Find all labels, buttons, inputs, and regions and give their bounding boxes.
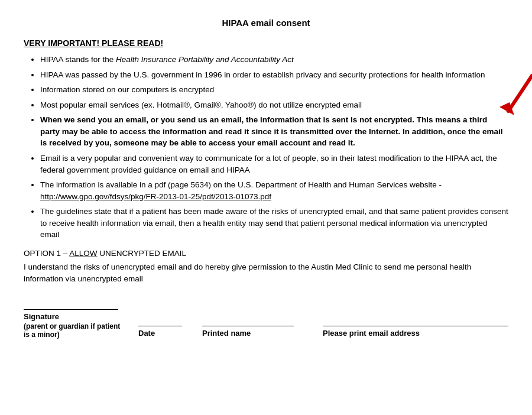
- signature-label: Signature: [24, 312, 59, 322]
- bullet-text-7a: The information is available in a pdf (p…: [40, 180, 442, 189]
- list-item: The information is available in a pdf (p…: [40, 179, 508, 202]
- list-item: HIPAA stands for the Health Insurance Po…: [40, 54, 508, 66]
- bullet-text-5: When we send you an email, or you send u…: [40, 115, 502, 147]
- hipaa-link[interactable]: http://www.gpo.gov/fdsys/pkg/FR-2013-01-…: [40, 192, 271, 201]
- option-label: OPTION 1 – ALLOW UNENCRYPTED EMAIL: [24, 249, 508, 258]
- signature-sublabel: (parent or guardian if patient is a mino…: [24, 322, 124, 339]
- bullet-text-3: Information stored on our computers is e…: [40, 85, 214, 94]
- list-item: HIPAA was passed by the U.S. government …: [40, 69, 508, 81]
- bullet-text-6: Email is a very popular and convenient w…: [40, 154, 497, 174]
- email-line: [323, 316, 508, 326]
- list-item: Most popular email services (ex. Hotmail…: [40, 99, 508, 111]
- printed-name-label: Printed name: [202, 329, 251, 339]
- bullet-text-2: HIPAA was passed by the U.S. government …: [40, 70, 485, 79]
- field-signature: Signature (parent or guardian if patient…: [24, 299, 124, 339]
- section-header: VERY IMPORTANT! PLEASE READ!: [24, 38, 508, 48]
- field-printed-name: Printed name: [202, 316, 297, 339]
- red-arrow-icon: [497, 73, 532, 120]
- date-line: [138, 316, 182, 326]
- page-title: HIPAA email consent: [24, 18, 508, 28]
- bullet-list: HIPAA stands for the Health Insurance Po…: [24, 54, 508, 241]
- date-label: Date: [138, 329, 155, 339]
- list-item: When we send you an email, or you send u…: [40, 114, 508, 149]
- fields-row: Signature (parent or guardian if patient…: [24, 299, 508, 339]
- field-email: Please print email address: [323, 316, 508, 339]
- option-prefix: OPTION 1 –: [24, 249, 69, 258]
- list-item: The guidelines state that if a patient h…: [40, 206, 508, 241]
- list-item: Email is a very popular and convenient w…: [40, 153, 508, 176]
- bullet-text-8: The guidelines state that if a patient h…: [40, 207, 508, 239]
- option-section: OPTION 1 – ALLOW UNENCRYPTED EMAIL I und…: [24, 249, 508, 286]
- field-date: Date: [138, 316, 186, 339]
- signature-section: Signature (parent or guardian if patient…: [24, 299, 508, 339]
- signature-line: [24, 299, 118, 310]
- email-label: Please print email address: [323, 329, 420, 339]
- list-item: Information stored on our computers is e…: [40, 84, 508, 96]
- bullet-text-4: Most popular email services (ex. Hotmail…: [40, 100, 362, 109]
- option-underline: ALLOW: [69, 249, 97, 258]
- bullet-text-1a: HIPAA stands for the: [40, 55, 116, 64]
- page-container: HIPAA email consent VERY IMPORTANT! PLEA…: [24, 18, 508, 339]
- option-text: I understand the risks of unencrypted em…: [24, 261, 508, 286]
- bullet-text-1b: Health Insurance Portability and Account…: [116, 55, 294, 64]
- printed-name-line: [202, 316, 294, 326]
- svg-line-0: [508, 76, 532, 111]
- option-suffix: UNENCRYPTED EMAIL: [98, 249, 187, 258]
